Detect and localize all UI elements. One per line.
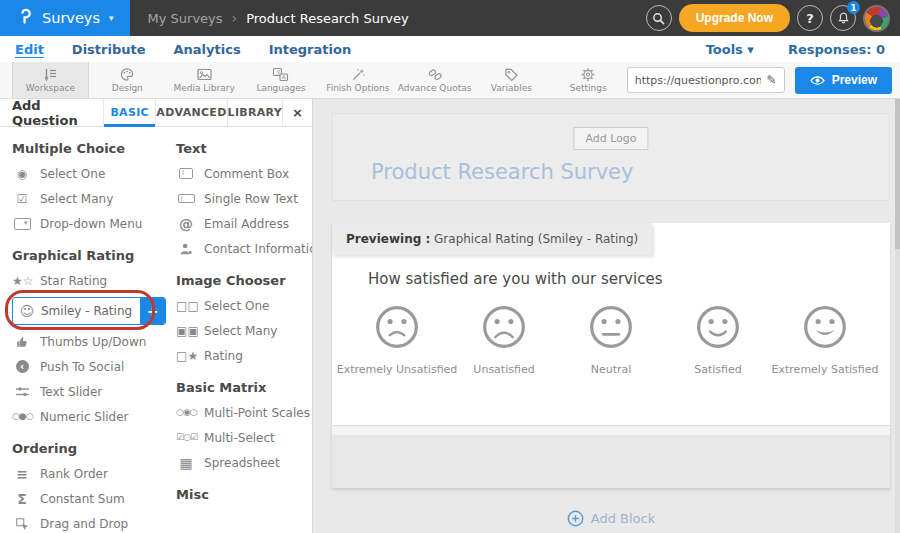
- rating-option-happy[interactable]: Satisfied: [665, 304, 771, 376]
- checkbox-icon: ☑: [12, 193, 32, 205]
- help-button[interactable]: ?: [797, 5, 823, 31]
- edit-url-icon[interactable]: ✎: [767, 73, 777, 87]
- sad-smiley-icon: [481, 304, 527, 350]
- toolbar-settings[interactable]: Settings: [550, 62, 627, 98]
- tools-dropdown[interactable]: Tools ▾: [706, 42, 754, 57]
- qtype-numeric-slider[interactable]: ○●○ Numeric Slider: [12, 404, 166, 429]
- close-panel-button[interactable]: ×: [282, 99, 312, 126]
- chevron-down-icon: ▾: [109, 13, 114, 23]
- qtype-multi-point-scales[interactable]: ○◉○ Multi-Point Scales: [176, 400, 312, 425]
- toolbar-advance-quotas[interactable]: Advance Quotas: [396, 62, 473, 98]
- qtype-thumbs-up-down[interactable]: Thumbs Up/Down: [12, 329, 166, 354]
- toolbar-workspace[interactable]: Workspace: [12, 62, 89, 98]
- questionpro-logo-icon: [18, 8, 33, 29]
- smiley-rating-scale: Extremely Unsatisfied Unsatisfied Neutra…: [332, 288, 890, 376]
- notifications-button[interactable]: 1: [830, 5, 856, 31]
- survey-url-field[interactable]: https://questionpro.com/t/A ✎: [627, 67, 785, 93]
- breadcrumb-parent[interactable]: My Surveys: [148, 11, 223, 26]
- person-icon: [179, 242, 193, 256]
- qtype-text-slider[interactable]: Text Slider: [12, 379, 166, 404]
- rating-option-neutral[interactable]: Neutral: [558, 304, 664, 376]
- qtype-select-many[interactable]: ☑ Select Many: [12, 186, 166, 211]
- qtype-contact-information[interactable]: Contact Information: [176, 236, 312, 261]
- question-preview-card: Previewing : Graphical Rating (Smiley - …: [332, 223, 890, 425]
- toolbar-languages[interactable]: 文A Languages: [243, 62, 320, 98]
- avatar[interactable]: [863, 5, 890, 32]
- rating-option-very-happy[interactable]: Extremely Satisfied: [772, 304, 878, 376]
- qtype-comment-box[interactable]: I Comment Box: [176, 161, 312, 186]
- survey-nav: Edit Distribute Analytics Integration To…: [0, 36, 900, 62]
- add-question-header: Add Question BASIC ADVANCED LIBRARY ×: [0, 99, 312, 127]
- previewing-value: Graphical Rating (Smiley - Rating): [430, 232, 638, 246]
- image-icon: [196, 67, 213, 82]
- toolbar-media-library[interactable]: Media Library: [166, 62, 243, 98]
- tab-distribute[interactable]: Distribute: [72, 42, 146, 57]
- survey-title[interactable]: Product Research Survey: [371, 160, 633, 184]
- qtype-single-row-text[interactable]: I Single Row Text: [176, 186, 312, 211]
- comment-box-icon: I: [179, 168, 193, 179]
- section-heading: Misc: [176, 487, 312, 502]
- sigma-icon: Σ: [12, 492, 32, 506]
- previewing-tab: Previewing : Graphical Rating (Smiley - …: [332, 223, 652, 255]
- neutral-smiley-icon: [588, 304, 634, 350]
- at-icon: @: [176, 217, 196, 231]
- question-types-left-column: Multiple Choice ◉ Select One ☑ Select Ma…: [12, 129, 166, 533]
- tab-advanced[interactable]: ADVANCED: [155, 99, 226, 126]
- svg-text:A: A: [282, 74, 286, 80]
- section-heading: Multiple Choice: [12, 141, 166, 156]
- search-button[interactable]: [646, 5, 672, 31]
- dropdown-icon: ▾: [14, 218, 31, 230]
- image-pair-checked-icon: ▣▣: [176, 325, 196, 337]
- qtype-email-address[interactable]: @ Email Address: [176, 211, 312, 236]
- qtype-multi-select[interactable]: ☑○☑ Multi-Select: [176, 425, 312, 450]
- thumb-icon: [15, 335, 29, 349]
- add-block-plus-icon: [567, 510, 584, 527]
- multi-point-icon: ○◉○: [176, 408, 196, 417]
- palette-icon: [119, 67, 135, 82]
- rank-order-icon: ≡: [12, 467, 32, 481]
- search-icon: [652, 12, 665, 25]
- qtype-spreadsheet[interactable]: ▦ Spreadsheet: [176, 450, 312, 475]
- qtype-constant-sum[interactable]: Σ Constant Sum: [12, 486, 166, 511]
- rating-option-sad[interactable]: Unsatisfied: [451, 304, 557, 376]
- qtype-smiley-rating[interactable]: ☺ Smiley - Rating +: [12, 295, 166, 327]
- tab-library[interactable]: LIBRARY: [227, 99, 282, 126]
- translate-icon: 文A: [272, 67, 289, 82]
- multi-select-icon: ☑○☑: [176, 433, 196, 442]
- vertical-scrollbar[interactable]: [895, 99, 900, 533]
- toolbar-variables[interactable]: Variables: [473, 62, 550, 98]
- qtype-image-select-many[interactable]: ▣▣ Select Many: [176, 318, 312, 343]
- qtype-dropdown-menu[interactable]: ▾ Drop-down Menu: [12, 211, 166, 236]
- add-block-button[interactable]: Add Block: [332, 510, 890, 527]
- toolbar-design[interactable]: Design: [89, 62, 166, 98]
- radio-icon: ◉: [12, 168, 32, 180]
- app-menu-label: Surveys: [42, 10, 100, 26]
- single-row-icon: I: [178, 194, 195, 203]
- add-logo-button[interactable]: Add Logo: [573, 127, 648, 150]
- tab-basic[interactable]: BASIC: [103, 99, 155, 126]
- add-smiley-question-button[interactable]: +: [140, 297, 165, 325]
- qtype-select-one[interactable]: ◉ Select One: [12, 161, 166, 186]
- tab-integration[interactable]: Integration: [269, 42, 351, 57]
- qtype-push-to-social[interactable]: ‹ Push To Social: [12, 354, 166, 379]
- question-text: How satisfied are you with our services: [332, 255, 890, 288]
- tab-edit[interactable]: Edit: [15, 42, 44, 57]
- wand-icon: [350, 67, 366, 82]
- toolbar-right: https://questionpro.com/t/A ✎ Preview: [627, 62, 900, 98]
- qtype-star-rating[interactable]: ★☆ Star Rating: [12, 268, 166, 293]
- upgrade-now-button[interactable]: Upgrade Now: [679, 4, 790, 32]
- toolbar-finish-options[interactable]: Finish Options: [319, 62, 396, 98]
- surveys-menu[interactable]: Surveys ▾: [0, 0, 130, 36]
- qtype-drag-and-drop[interactable]: Drag and Drop: [12, 511, 166, 533]
- block-footer: [332, 425, 890, 488]
- tab-analytics[interactable]: Analytics: [174, 42, 241, 57]
- preview-button[interactable]: Preview: [795, 67, 892, 94]
- happy-smiley-icon: [695, 304, 741, 350]
- rating-option-very-sad[interactable]: Extremely Unsatisfied: [344, 304, 450, 376]
- qtype-image-rating[interactable]: □★ Rating: [176, 343, 312, 368]
- nav-right: Tools ▾ Responses: 0: [706, 42, 885, 57]
- qtype-image-select-one[interactable]: □□ Select One: [176, 293, 312, 318]
- qtype-rank-order[interactable]: ≡ Rank Order: [12, 461, 166, 486]
- image-rating-icon: □★: [176, 350, 196, 362]
- topbar-actions: Upgrade Now ? 1: [646, 4, 900, 32]
